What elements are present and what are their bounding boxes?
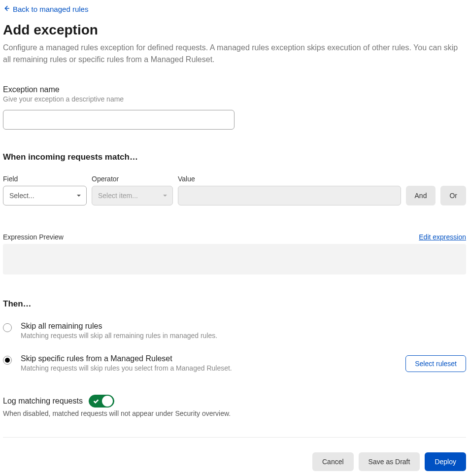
- log-toggle-desc: When disabled, matched requests will not…: [3, 409, 466, 417]
- cancel-button[interactable]: Cancel: [312, 452, 354, 471]
- divider: [3, 437, 466, 438]
- toggle-knob: [102, 396, 113, 407]
- expression-preview-box: [3, 244, 466, 274]
- radio-skip-all-desc: Matching requests will skip all remainin…: [21, 332, 466, 340]
- exception-name-hint: Give your exception a descriptive name: [3, 95, 466, 103]
- save-draft-button[interactable]: Save as Draft: [359, 452, 420, 471]
- or-button[interactable]: Or: [440, 186, 466, 205]
- value-input[interactable]: [178, 186, 401, 205]
- back-link-text: Back to managed rules: [13, 5, 88, 13]
- select-ruleset-button[interactable]: Select ruleset: [405, 355, 466, 372]
- back-link[interactable]: Back to managed rules: [3, 5, 88, 13]
- page-title: Add exception: [3, 22, 466, 38]
- arrow-left-icon: [3, 5, 10, 13]
- log-toggle[interactable]: [89, 395, 114, 408]
- radio-skip-specific[interactable]: [3, 356, 12, 365]
- radio-skip-specific-title: Skip specific rules from a Managed Rules…: [21, 354, 397, 363]
- deploy-button[interactable]: Deploy: [425, 452, 466, 471]
- radio-skip-all[interactable]: [3, 323, 12, 332]
- operator-column-label: Operator: [92, 175, 173, 183]
- exception-name-input[interactable]: [3, 110, 234, 130]
- field-select-value: Select...: [9, 192, 34, 200]
- log-toggle-label: Log matching requests: [3, 397, 83, 406]
- radio-skip-all-title: Skip all remaining rules: [21, 322, 466, 331]
- operator-select-value: Select item...: [98, 192, 138, 200]
- operator-select[interactable]: Select item...: [92, 186, 173, 205]
- field-column-label: Field: [3, 175, 87, 183]
- and-button[interactable]: And: [406, 186, 436, 205]
- field-select[interactable]: Select...: [3, 186, 87, 205]
- page-description: Configure a managed rules exception for …: [3, 42, 466, 66]
- check-icon: [93, 398, 100, 406]
- edit-expression-link[interactable]: Edit expression: [419, 233, 466, 241]
- value-column-label: Value: [178, 175, 401, 183]
- exception-name-label: Exception name: [3, 85, 466, 94]
- radio-skip-specific-desc: Matching requests will skip rules you se…: [21, 364, 397, 372]
- then-heading: Then…: [3, 299, 466, 309]
- chevron-down-icon: [163, 192, 168, 200]
- chevron-down-icon: [76, 192, 81, 200]
- expression-preview-label: Expression Preview: [3, 233, 64, 241]
- match-heading: When incoming requests match…: [3, 152, 466, 162]
